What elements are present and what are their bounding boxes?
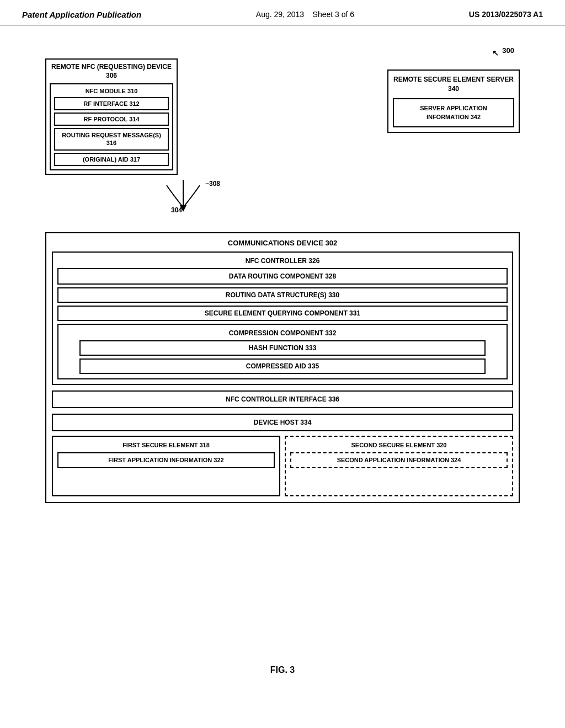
ref-300-arrow: ↖ xyxy=(492,49,499,57)
nfc-module-box: NFC MODULE 310 RF INTERFACE 312 RF PROTO… xyxy=(50,83,173,170)
first-secure-element-box: FIRST SECURE ELEMENT 318 FIRST APPLICATI… xyxy=(52,436,280,496)
nfc-controller-interface-box: NFC CONTROLLER INTERFACE 336 xyxy=(52,390,513,408)
figure-label: FIG. 3 xyxy=(33,665,532,675)
second-secure-element-box: SECOND SECURE ELEMENT 320 SECOND APPLICA… xyxy=(285,436,513,496)
first-se-title: FIRST SECURE ELEMENT 318 xyxy=(57,441,275,449)
compression-title: COMPRESSION COMPONENT 332 xyxy=(63,329,502,337)
second-app-info-box: SECOND APPLICATION INFORMATION 324 xyxy=(290,452,508,468)
comm-device-box: COMMUNICATIONS DEVICE 302 NFC CONTROLLER… xyxy=(45,232,520,503)
routing-request-box: ROUTING REQUEST MESSAGE(S) 316 xyxy=(54,128,169,151)
ref-308-label: −308 xyxy=(205,180,220,188)
second-se-title: SECOND SECURE ELEMENT 320 xyxy=(290,441,508,449)
remote-server-title: REMOTE SECURE ELEMENT SERVER 340 xyxy=(393,75,514,94)
compression-box: COMPRESSION COMPONENT 332 HASH FUNCTION … xyxy=(57,324,508,379)
patent-diagram: 300 ↖ REMOTE NFC (REQUESTING) DEVICE 306… xyxy=(45,42,520,649)
first-app-info-box: FIRST APPLICATION INFORMATION 322 xyxy=(57,452,275,468)
ref-300-label: 300 xyxy=(502,46,514,55)
secure-elements-row: FIRST SECURE ELEMENT 318 FIRST APPLICATI… xyxy=(52,436,513,496)
server-app-info-box: SERVER APPLICATION INFORMATION 342 xyxy=(393,98,514,127)
remote-server-box: REMOTE SECURE ELEMENT SERVER 340 SERVER … xyxy=(387,69,520,133)
remote-nfc-device-title: REMOTE NFC (REQUESTING) DEVICE 306 xyxy=(50,63,173,80)
wireless-signal-icon xyxy=(156,174,211,213)
nfc-controller-box: NFC CONTROLLER 326 DATA ROUTING COMPONEN… xyxy=(52,251,513,385)
nfc-controller-title: NFC CONTROLLER 326 xyxy=(57,257,508,265)
header-patent-number: US 2013/0225073 A1 xyxy=(469,10,543,19)
device-host-box: DEVICE HOST 334 xyxy=(52,414,513,431)
header-publication-label: Patent Application Publication xyxy=(22,10,141,19)
comm-device-title: COMMUNICATIONS DEVICE 302 xyxy=(52,239,513,247)
rf-protocol-box: RF PROTOCOL 314 xyxy=(54,113,169,126)
sec-elem-query-box: SECURE ELEMENT QUERYING COMPONENT 331 xyxy=(57,306,508,321)
original-aid-box: (ORIGINAL) AID 317 xyxy=(54,153,169,166)
ref-304-label: 304 xyxy=(171,206,182,214)
page-header: Patent Application Publication Aug. 29, … xyxy=(0,0,565,25)
main-content: 300 ↖ REMOTE NFC (REQUESTING) DEVICE 306… xyxy=(0,25,565,692)
header-date-sheet: Aug. 29, 2013 Sheet 3 of 6 xyxy=(256,10,354,19)
data-routing-box: DATA ROUTING COMPONENT 328 xyxy=(57,268,508,285)
routing-ds-box: ROUTING DATA STRUCTURE(S) 330 xyxy=(57,287,508,303)
rf-interface-box: RF INTERFACE 312 xyxy=(54,97,169,110)
wireless-signal-area xyxy=(128,174,238,213)
hash-fn-box: HASH FUNCTION 333 xyxy=(79,340,486,356)
remote-nfc-device-box: REMOTE NFC (REQUESTING) DEVICE 306 NFC M… xyxy=(45,58,178,175)
nfc-module-title: NFC MODULE 310 xyxy=(54,88,169,94)
compressed-aid-box: COMPRESSED AID 335 xyxy=(79,358,486,374)
